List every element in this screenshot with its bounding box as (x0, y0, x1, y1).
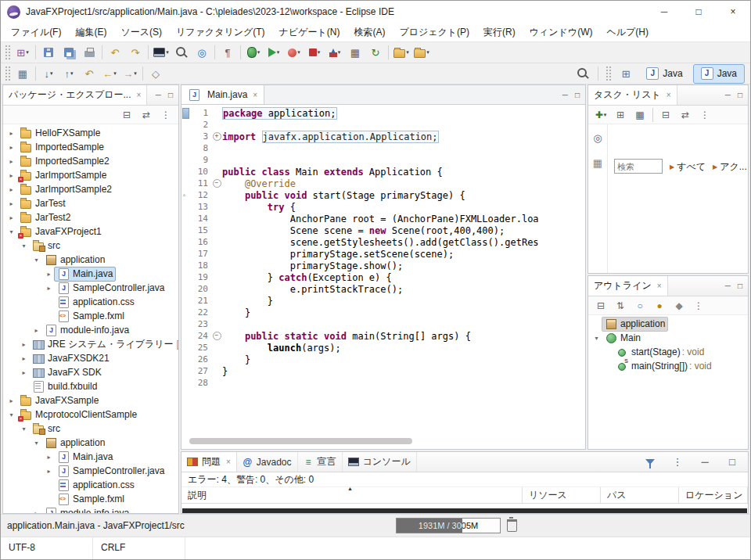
chevron-right-icon[interactable]: ▸ (6, 144, 16, 151)
minimize-button[interactable]: ─ (647, 1, 681, 23)
tree-item[interactable]: build.fxbuild (3, 379, 178, 393)
chevron-right-icon[interactable]: ▸ (6, 186, 16, 193)
column-header-3[interactable]: ロケーション (679, 487, 748, 503)
tree-item[interactable]: ▸SampleController.java (3, 281, 178, 295)
sort-icon[interactable]: ⇅ (611, 298, 630, 314)
chevron-right-icon[interactable]: ▸ (31, 327, 41, 334)
chevron-right-icon[interactable]: ▸ (6, 200, 16, 207)
encoding-indicator[interactable]: UTF-8 (1, 537, 93, 559)
collapse-all-icon[interactable]: ⊟ (656, 107, 675, 123)
menu-item[interactable]: ヘルプ(H) (599, 23, 656, 41)
tab-console[interactable]: コンソール (343, 452, 417, 472)
java-browsing-icon[interactable]: ▦ (13, 65, 33, 82)
code-line[interactable]: 19 } catch(Exception e) { (181, 271, 585, 283)
junit-icon[interactable]: ▾ (325, 44, 345, 61)
chevron-right-icon[interactable]: ▸ (44, 468, 54, 475)
menu-item[interactable]: 検索(A) (347, 23, 392, 41)
tab-main-java[interactable]: Main.java × (181, 85, 264, 104)
code-line[interactable]: 17 primaryStage.setScene(scene); (181, 248, 585, 260)
tree-item[interactable]: ▸JRE システム・ライブラリー[JavaS (3, 337, 178, 351)
view-menu-icon[interactable]: ⋮ (667, 454, 688, 471)
toolbar-grip[interactable] (5, 45, 10, 60)
line-ending-indicator[interactable]: CRLF (93, 537, 185, 559)
code-line[interactable]: 14 AnchorPane root = (AnchorPane)FXMLLoa… (181, 213, 585, 224)
tree-item[interactable]: ▾×McprotocolClientSample (3, 407, 178, 422)
code-line[interactable]: 23 (181, 318, 585, 330)
new-wizard-icon[interactable]: ⊞▾ (13, 44, 33, 61)
chevron-right-icon[interactable]: ▸ (6, 214, 16, 221)
focus-icon[interactable]: ◎ (588, 129, 608, 146)
code-line[interactable]: ▵12 public void start(Stage primaryStage… (181, 189, 585, 201)
tree-item[interactable]: ▾src (3, 422, 178, 436)
view-menu-icon[interactable]: ⋮ (689, 298, 708, 314)
garbage-collect-icon[interactable] (507, 519, 517, 532)
fold-expand-icon[interactable]: + (213, 132, 221, 141)
chevron-right-icon[interactable]: ▸ (19, 369, 29, 376)
code-line[interactable]: 9 (181, 154, 585, 166)
hide-static-icon[interactable]: ● (650, 298, 669, 314)
heap-status-gauge[interactable]: 1931M / 3005M 1931M / 3005M (396, 518, 501, 533)
minimize-view-icon[interactable]: ─ (725, 91, 731, 99)
next-annotation-icon[interactable]: ↓▾ (38, 65, 59, 82)
outline-item[interactable]: Smain(String[]) : void (588, 359, 748, 373)
menu-item[interactable]: 実行(R) (476, 23, 523, 41)
tree-item[interactable]: ▾application (3, 253, 178, 267)
new-task-icon[interactable]: ✚▾ (591, 107, 610, 123)
tree-item[interactable]: ▾×JavaFXProject1 (3, 224, 178, 239)
open-resource-icon[interactable]: ▾ (411, 44, 432, 61)
tree-item[interactable]: application.css (3, 478, 178, 492)
chevron-down-icon[interactable]: ▾ (6, 228, 16, 235)
chevron-right-icon[interactable]: ▸ (6, 397, 16, 404)
tree-item[interactable]: ▸SampleController.java (3, 464, 178, 478)
tree-item[interactable]: ▸JarTest (3, 196, 178, 210)
link-with-editor-icon[interactable]: ⇄ (676, 107, 695, 123)
repositories-icon[interactable]: ▦ (588, 154, 608, 171)
code-line[interactable]: 15 Scene scene = new Scene(root,400,400)… (181, 224, 585, 236)
code-line[interactable]: 26 } (181, 354, 585, 365)
tree-item[interactable]: ▸JavaFX SDK (3, 365, 178, 379)
menu-item[interactable]: ソース(S) (113, 23, 169, 41)
menu-item[interactable]: リファクタリング(T) (169, 23, 272, 41)
menu-item[interactable]: ウィンドウ(W) (523, 23, 600, 41)
maximize-view-icon[interactable]: □ (168, 91, 173, 99)
menu-item[interactable]: 編集(E) (68, 23, 113, 41)
open-type-icon[interactable]: ▾ (391, 44, 411, 61)
forward-icon[interactable]: →▾ (120, 65, 140, 82)
maximize-view-icon[interactable]: □ (738, 91, 742, 99)
tree-item[interactable]: ▸Main.java (3, 450, 178, 464)
code-line[interactable]: 13 try { (181, 201, 585, 213)
collapse-all-icon[interactable]: ⊟ (117, 107, 136, 123)
chevron-right-icon[interactable]: ▸ (44, 271, 54, 278)
chevron-right-icon[interactable]: ▸ (44, 454, 54, 461)
print-icon[interactable] (79, 44, 99, 61)
outline-item[interactable]: ▾Main (588, 331, 748, 345)
chevron-right-icon[interactable]: ▸ (19, 355, 29, 362)
hide-non-public-icon[interactable]: ◆ (670, 298, 688, 314)
problems-scrollbar[interactable] (182, 508, 747, 513)
column-header-1[interactable]: リソース (523, 487, 601, 503)
new-table-icon[interactable]: ▦ (345, 44, 365, 61)
close-icon[interactable]: × (253, 91, 257, 99)
fold-collapse-icon[interactable]: − (213, 332, 221, 340)
chevron-right-icon[interactable]: ▸ (6, 130, 16, 137)
open-perspective-icon[interactable]: ⊞ (616, 65, 636, 82)
code-line[interactable]: 2 (181, 119, 585, 131)
tree-item[interactable]: application.css (3, 295, 178, 309)
maximize-button[interactable]: □ (681, 1, 716, 23)
minimize-view-icon[interactable]: ─ (156, 91, 161, 99)
filter-icon[interactable] (640, 454, 660, 471)
scheduled-icon[interactable]: ▦ (631, 107, 649, 123)
menu-item[interactable]: プロジェクト(P) (392, 23, 476, 41)
undo-icon[interactable]: ↶ (105, 44, 125, 61)
back-icon[interactable]: ←▾ (99, 65, 120, 82)
minimize-view-icon[interactable]: ─ (562, 91, 568, 99)
perspective-button-java[interactable]: JJava (693, 64, 745, 84)
tab-declaration[interactable]: ≡宣言 (298, 452, 343, 472)
chevron-down-icon[interactable]: ▾ (19, 425, 29, 433)
code-line[interactable]: 10public class Main extends Application … (181, 166, 585, 178)
open-console-icon[interactable]: ▾ (151, 44, 171, 61)
tree-item[interactable]: ▸HelloFXSample (3, 126, 178, 140)
chevron-down-icon[interactable]: ▾ (19, 242, 29, 249)
column-header-2[interactable]: パス (601, 487, 679, 503)
tab-javadoc[interactable]: @Javadoc (237, 452, 298, 472)
